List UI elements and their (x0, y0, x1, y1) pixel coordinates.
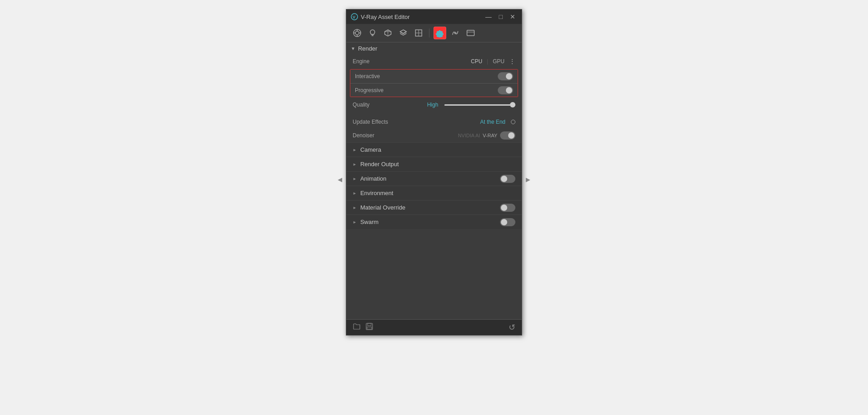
update-effects-row: Update Effects At the End (346, 115, 522, 129)
svg-rect-16 (467, 30, 474, 36)
engine-divider: | (487, 58, 488, 65)
light-icon[interactable] (366, 27, 379, 39)
animation-label: Animation (360, 175, 500, 182)
quality-row: Quality High (346, 98, 522, 112)
engine-label: Engine (353, 58, 468, 65)
render-output-section[interactable]: ► Render Output (346, 157, 522, 171)
swarm-arrow-icon: ► (353, 220, 357, 224)
engine-more-icon[interactable]: ⋮ (509, 58, 515, 65)
highlighted-section: Interactive Progressive (350, 69, 518, 97)
update-effects-value: At the End (480, 119, 505, 125)
right-arrow[interactable]: ▶ (526, 176, 530, 183)
denoiser-row: Denoiser NVIDIA AI V-RAY (346, 129, 522, 142)
open-folder-icon[interactable] (353, 322, 361, 332)
environment-label: Environment (360, 190, 515, 196)
content-spacer (346, 229, 522, 319)
svg-text:V: V (353, 15, 355, 19)
camera-arrow-icon: ► (353, 148, 357, 152)
gpu-button[interactable]: GPU (490, 57, 507, 65)
render-output-arrow-icon: ► (353, 162, 357, 167)
update-effects-label: Update Effects (353, 119, 480, 125)
progressive-row: Progressive (350, 83, 518, 97)
denoiser-toggle[interactable] (500, 131, 515, 140)
camera-label: Camera (360, 146, 515, 153)
title-bar-controls: — □ ✕ (484, 13, 517, 21)
toolbar-separator (429, 28, 429, 37)
update-effects-radio[interactable] (511, 120, 515, 124)
toolbar (346, 24, 522, 42)
title-bar-left: V V-Ray Asset Editor (351, 13, 410, 20)
vray-asset-editor-window: V V-Ray Asset Editor — □ ✕ (346, 9, 522, 336)
material-override-section[interactable]: ► Material Override (346, 200, 522, 214)
swarm-toggle[interactable] (500, 218, 515, 226)
save-icon[interactable] (365, 322, 373, 332)
material-override-label: Material Override (360, 204, 500, 211)
nvidia-ai-label: NVIDIA AI (458, 133, 480, 138)
svg-rect-19 (368, 323, 371, 326)
swarm-label: Swarm (360, 219, 500, 225)
spacer-1 (346, 112, 522, 115)
content-panel: ▼ Render Engine CPU | GPU ⋮ Interactive (346, 42, 522, 319)
quality-slider-container (444, 104, 515, 106)
animation-arrow-icon: ► (353, 177, 357, 181)
material-override-arrow-icon: ► (353, 205, 357, 210)
progressive-label: Progressive (355, 87, 498, 93)
quality-slider-thumb[interactable] (510, 102, 515, 107)
cube-icon[interactable] (382, 27, 394, 39)
bottom-toolbar: ↺ (346, 319, 522, 335)
left-arrow[interactable]: ◀ (338, 176, 342, 183)
render-section-label: Render (358, 45, 377, 52)
camera-section[interactable]: ► Camera (346, 142, 522, 157)
layers-icon[interactable] (397, 27, 410, 39)
swarm-section[interactable]: ► Swarm (346, 214, 522, 229)
quality-value: High (427, 102, 439, 108)
interactive-label: Interactive (355, 73, 498, 79)
lifesaver-icon[interactable] (351, 27, 363, 39)
render-arrow-icon: ▼ (351, 46, 355, 51)
animation-toggle[interactable] (500, 175, 515, 183)
cpu-button[interactable]: CPU (468, 57, 485, 65)
environment-section[interactable]: ► Environment (346, 186, 522, 200)
animation-section[interactable]: ► Animation (346, 171, 522, 186)
vray-label: V-RAY (483, 133, 497, 138)
environment-arrow-icon: ► (353, 191, 357, 196)
vray-logo-icon: V (351, 13, 358, 20)
interactive-toggle[interactable] (498, 72, 513, 80)
settings-icon[interactable] (434, 27, 446, 39)
engine-options: CPU | GPU ⋮ (468, 57, 515, 65)
window-title: V-Ray Asset Editor (361, 14, 410, 20)
quality-slider-fill (444, 104, 515, 106)
reset-icon[interactable]: ↺ (509, 322, 515, 332)
title-bar: V V-Ray Asset Editor — □ ✕ (346, 9, 522, 24)
sections-list: ► Camera ► Render Output ► Animation ► (346, 142, 522, 229)
material-override-toggle[interactable] (500, 204, 515, 212)
svg-point-3 (355, 31, 359, 35)
svg-rect-20 (367, 327, 372, 329)
quality-label: Quality (353, 102, 424, 108)
render-view-icon[interactable] (464, 27, 477, 39)
progressive-toggle[interactable] (498, 86, 513, 94)
render-section-header[interactable]: ▼ Render (346, 42, 522, 55)
post-icon[interactable] (449, 27, 462, 39)
minimize-button[interactable]: — (484, 13, 494, 21)
close-button[interactable]: ✕ (508, 13, 517, 21)
denoiser-label: Denoiser (353, 132, 458, 139)
quality-slider-track[interactable] (444, 104, 515, 106)
interactive-row: Interactive (350, 70, 518, 83)
maximize-button[interactable]: □ (497, 13, 505, 21)
render-elements-icon[interactable] (412, 27, 425, 39)
render-output-label: Render Output (360, 161, 515, 168)
engine-row: Engine CPU | GPU ⋮ (346, 55, 522, 68)
